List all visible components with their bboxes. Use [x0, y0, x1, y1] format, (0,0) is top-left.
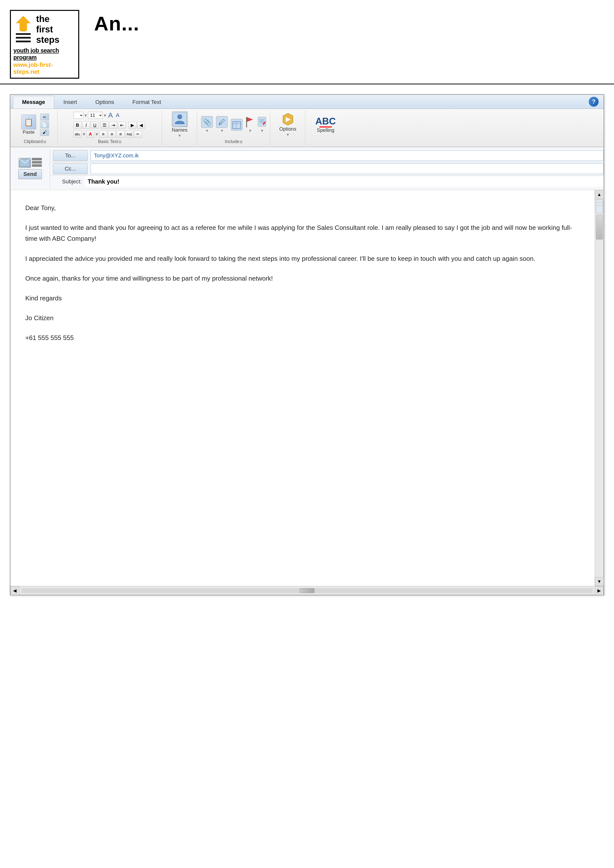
- font-family-select[interactable]: [73, 112, 84, 119]
- svg-text:▶: ▶: [286, 116, 291, 122]
- tab-options[interactable]: Options: [86, 96, 123, 108]
- ribbon-tabs: Message Insert Options Format Text ?: [10, 95, 604, 109]
- basic-text-expand-icon[interactable]: ⊞: [118, 140, 121, 144]
- align-button-2[interactable]: ◀: [137, 122, 145, 129]
- font-size-select[interactable]: 11: [88, 112, 103, 119]
- para3: Once again, thanks for your time and wil…: [25, 273, 580, 284]
- cc-row: Cc...: [50, 162, 604, 175]
- scroll-left-button[interactable]: ◀: [10, 586, 19, 595]
- tab-format-text[interactable]: Format Text: [123, 96, 170, 108]
- cc-button[interactable]: Cc...: [53, 163, 88, 174]
- subject-input[interactable]: [85, 177, 604, 187]
- scroll-up-button[interactable]: ▲: [595, 190, 604, 199]
- ribbon-group-clipboard: 📋 Paste ✂ 📄 🖌 Clipboard ⊞: [13, 110, 58, 145]
- clipboard-expand-icon[interactable]: ⊞: [44, 140, 46, 144]
- para1: I just wanted to write and thank you for…: [25, 222, 580, 244]
- horizontal-scroll-thumb[interactable]: [300, 588, 314, 593]
- email-header: Send To... Cc... Subject:: [10, 147, 604, 190]
- logo-icon: [13, 13, 33, 45]
- attach-button[interactable]: 📎 ▾: [201, 116, 213, 133]
- flag-button[interactable]: ▾: [246, 116, 255, 133]
- styles-button[interactable]: Aa|: [125, 131, 133, 138]
- indent-decrease-button[interactable]: ⇤: [118, 122, 126, 129]
- italic-button[interactable]: I: [82, 122, 90, 129]
- scroll-indicator-icon: [595, 199, 604, 214]
- ribbon-group-proofing: ABC Spelling: [306, 110, 345, 145]
- align-left-btn[interactable]: ≡: [99, 131, 107, 138]
- calendar-button[interactable]: [231, 119, 242, 131]
- svg-marker-15: [247, 117, 253, 122]
- grow-font-button[interactable]: A: [107, 112, 114, 119]
- include-expand-icon[interactable]: ⊞: [239, 140, 242, 144]
- to-button[interactable]: To...: [53, 150, 88, 161]
- outlook-window: Message Insert Options Format Text ? 📋 P…: [10, 94, 604, 595]
- format-painter-icon[interactable]: 🖌: [40, 129, 49, 136]
- spelling-button[interactable]: ABC Spelling: [316, 116, 336, 133]
- underline-button[interactable]: U: [91, 122, 99, 129]
- logo-subtitle: youth job search program: [13, 47, 76, 61]
- logo-first: first: [36, 24, 59, 35]
- svg-marker-0: [16, 16, 31, 31]
- include-label: Include ⊞: [225, 139, 242, 144]
- spell-check-button[interactable]: abz: [73, 131, 81, 138]
- svg-rect-23: [596, 200, 603, 213]
- cc-input[interactable]: [91, 164, 604, 174]
- svg-rect-3: [16, 37, 31, 39]
- scroll-down-button[interactable]: ▼: [595, 577, 604, 586]
- logo-steps: steps: [36, 35, 59, 45]
- ribbon-group-include: 📎 ▾ 🖊 ▾: [197, 110, 270, 145]
- horizontal-scrollbar[interactable]: ◀ ▶: [10, 586, 604, 595]
- email-body-row: Dear Tony, I just wanted to write and th…: [10, 190, 604, 586]
- abc-text: ABC: [316, 116, 336, 126]
- spelling-label: Spelling: [317, 127, 334, 133]
- to-input[interactable]: [91, 150, 604, 161]
- names-button[interactable]: Names ▾: [172, 112, 188, 138]
- edit-button[interactable]: ▾: [258, 116, 266, 133]
- tab-insert[interactable]: Insert: [54, 96, 86, 108]
- attach-icon: 📎: [201, 116, 213, 128]
- options-label: Options: [279, 126, 296, 132]
- ribbon-group-options: ▶ Options ▾: [270, 110, 305, 145]
- names-label: Names: [172, 127, 187, 133]
- svg-point-6: [177, 114, 182, 119]
- options-icon: ▶: [282, 112, 294, 126]
- tab-message[interactable]: Message: [13, 96, 54, 108]
- paste-button[interactable]: 📋 Paste: [21, 115, 36, 135]
- salutation: Dear Tony,: [25, 202, 580, 213]
- email-body[interactable]: Dear Tony, I just wanted to write and th…: [10, 190, 595, 586]
- shrink-font-button[interactable]: A: [115, 112, 121, 119]
- font-color-button[interactable]: A: [86, 131, 94, 138]
- signature-button[interactable]: 🖊 ▾: [216, 116, 228, 133]
- svg-text:📎: 📎: [203, 118, 211, 126]
- calendar-icon: [231, 119, 242, 131]
- send-icon-row: [19, 158, 42, 168]
- send-area: Send: [10, 149, 50, 188]
- svg-rect-1: [21, 30, 26, 31]
- bold-button[interactable]: B: [73, 122, 81, 129]
- help-button[interactable]: ?: [589, 97, 598, 107]
- vertical-scroll-thumb[interactable]: [596, 215, 603, 240]
- fields-area: To... Cc... Subject:: [50, 149, 604, 188]
- edit-icon: [258, 116, 266, 128]
- names-dropdown-icon: ▾: [179, 133, 181, 138]
- paste-label: Paste: [23, 129, 35, 135]
- align-center-btn[interactable]: ≡: [108, 131, 116, 138]
- bullet-list-button[interactable]: ☰: [101, 122, 109, 129]
- options-button[interactable]: ▶ Options ▾: [279, 112, 296, 137]
- indent-button[interactable]: ⇥: [109, 122, 117, 129]
- envelope-icon: [19, 158, 31, 168]
- clipboard-label: Clipboard ⊞: [24, 139, 46, 144]
- align-right-btn[interactable]: ≡: [117, 131, 124, 138]
- vertical-scrollbar[interactable]: ▲ ▼: [595, 190, 604, 586]
- cut-icon[interactable]: ✂: [40, 113, 49, 121]
- align-right-button[interactable]: ▶: [129, 122, 137, 129]
- copy-icon[interactable]: 📄: [40, 121, 49, 128]
- svg-rect-4: [16, 40, 31, 42]
- ribbon-content: 📋 Paste ✂ 📄 🖌 Clipboard ⊞: [10, 109, 604, 147]
- logo-box: the first steps youth job search program…: [10, 10, 79, 79]
- quick-format-button[interactable]: ✏: [134, 131, 142, 138]
- scroll-right-button[interactable]: ▶: [595, 586, 604, 595]
- horizontal-scroll-track: [21, 588, 593, 593]
- send-button[interactable]: Send: [18, 169, 42, 179]
- page-bottom: [0, 605, 614, 635]
